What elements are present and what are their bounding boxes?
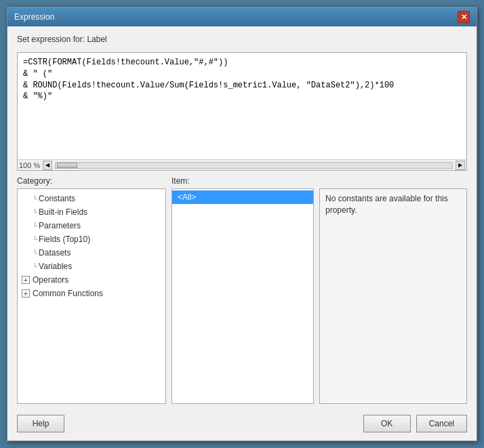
category-item-label: Common Functions [33,289,103,298]
category-label: Category: [17,176,166,186]
scroll-right-arrow[interactable]: ▶ [456,161,465,170]
bottom-buttons: Help OK Cancel [17,409,467,432]
item-label: Item: [172,176,314,186]
title-bar: Expression ✕ [7,7,477,26]
category-item-parameters[interactable]: └ Parameters [18,219,165,232]
category-item-label: Variables [39,262,72,271]
category-item-fields-top10[interactable]: └ Fields (Top10) [18,232,165,246]
item-list: <All> [172,188,314,404]
category-item-label: Fields (Top10) [39,235,90,244]
zoom-label: 100 % [19,161,40,169]
close-button[interactable]: ✕ [458,11,470,23]
category-item-variables[interactable]: └ Variables [18,260,165,273]
category-item-operators[interactable]: + Operators [18,273,165,287]
expand-operators-icon[interactable]: + [22,276,30,284]
category-item-common-functions[interactable]: + Common Functions [18,287,165,300]
category-item-datasets[interactable]: └ Datasets [18,246,165,260]
category-panel: Category: └ Constants └ Built-in Fields [17,176,166,404]
description-panel: No constants are available for this prop… [319,176,467,404]
cancel-button[interactable]: Cancel [416,415,467,432]
category-item-builtin-fields[interactable]: └ Built-in Fields [18,205,165,219]
dialog-title: Expression [14,12,54,22]
horizontal-scrollbar: 100 % ◀ ▶ [18,159,466,170]
category-item-label: Built-in Fields [39,207,87,217]
item-panel: Item: <All> [172,176,314,404]
scroll-left-arrow[interactable]: ◀ [43,161,52,170]
expand-common-functions-icon[interactable]: + [22,289,30,298]
scrollbar-thumb-h[interactable] [57,163,77,168]
expression-editor: =CSTR(FORMAT(Fields!thecount.Value,"#,#"… [17,52,467,171]
description-text: No constants are available for this prop… [319,188,467,404]
category-item-label: Datasets [39,248,70,258]
help-button[interactable]: Help [17,415,64,432]
category-item-constants[interactable]: └ Constants [18,192,165,205]
bottom-section: Category: └ Constants └ Built-in Fields [17,176,467,404]
ok-button[interactable]: OK [363,415,411,432]
expression-textarea[interactable]: =CSTR(FORMAT(Fields!thecount.Value,"#,#"… [18,53,466,159]
category-list: └ Constants └ Built-in Fields └ Paramete… [17,188,166,404]
expression-dialog: Expression ✕ Set expression for: Label =… [7,7,477,441]
ok-cancel-group: OK Cancel [363,415,467,432]
item-entry-label: <All> [178,192,196,202]
set-expression-label: Set expression for: Label [17,35,467,44]
dialog-content: Set expression for: Label =CSTR(FORMAT(F… [7,26,477,441]
category-item-label: Parameters [39,221,81,230]
category-item-label: Constants [39,194,75,203]
category-item-label: Operators [33,275,68,285]
item-entry-all[interactable]: <All> [172,190,313,204]
description-spacer [319,176,467,186]
scrollbar-track-h[interactable] [55,162,453,169]
